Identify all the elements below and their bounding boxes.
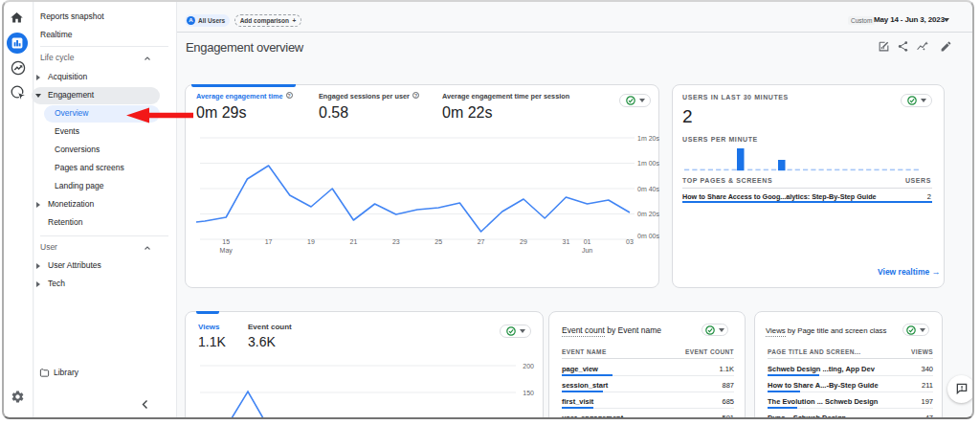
svg-text:0m 40s: 0m 40s	[637, 186, 659, 192]
svg-text:25: 25	[434, 238, 442, 245]
svg-text:31: 31	[563, 238, 570, 245]
svg-text:29: 29	[520, 238, 527, 245]
svg-text:17: 17	[265, 238, 273, 245]
svg-text:1m 20s: 1m 20s	[637, 135, 659, 142]
svg-text:03: 03	[626, 238, 634, 245]
svg-text:200: 200	[523, 363, 534, 369]
svg-text:150: 150	[523, 390, 534, 396]
svg-text:01: 01	[584, 238, 591, 245]
svg-text:15: 15	[222, 238, 230, 245]
svg-text:0m 00s: 0m 00s	[637, 233, 659, 239]
svg-text:Jun: Jun	[582, 247, 592, 254]
svg-text:0m 20s: 0m 20s	[637, 211, 659, 217]
svg-text:27: 27	[478, 238, 485, 245]
svg-text:1m 00s: 1m 00s	[637, 160, 659, 167]
svg-text:19: 19	[307, 238, 315, 245]
svg-text:21: 21	[350, 238, 358, 245]
svg-text:May: May	[220, 247, 234, 255]
svg-text:23: 23	[392, 238, 400, 245]
